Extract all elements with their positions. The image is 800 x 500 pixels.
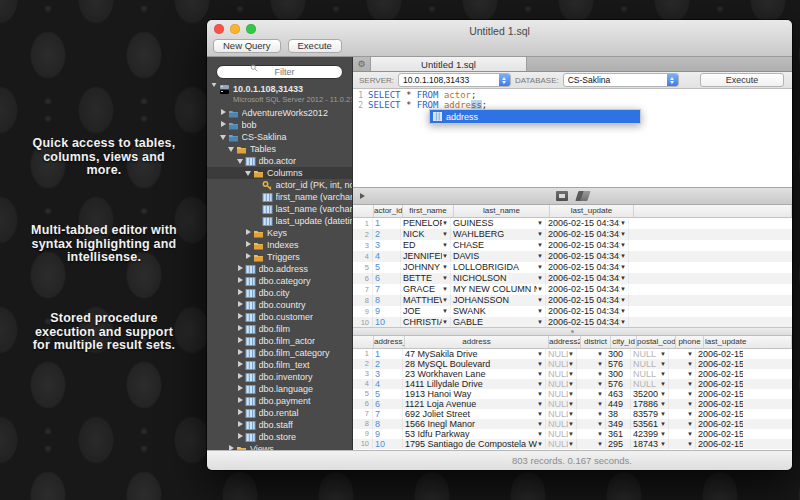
cell-district[interactable]: ▼	[577, 379, 606, 389]
tree-item-dbo-language[interactable]: dbo.language	[207, 383, 352, 395]
cell-address-id[interactable]: 2	[373, 359, 403, 369]
dropdown-icon[interactable]: ▼	[660, 439, 667, 449]
cell-last-update[interactable]: 2006-02-15 04:34:33▼	[546, 273, 629, 284]
column-header-address2[interactable]: address2	[549, 336, 581, 348]
cell-address-id[interactable]: 1	[373, 349, 403, 359]
cell-postal-code[interactable]: NULL▼	[631, 349, 669, 359]
tree-item-adventureworks2012[interactable]: AdventureWorks2012	[207, 107, 352, 119]
cell-postal-code[interactable]: NULL▼	[631, 359, 669, 369]
cell-last-update[interactable]: 2006-02-15 04:45:	[696, 379, 744, 389]
cell-last-name[interactable]: DAVIS▼	[451, 251, 546, 262]
gear-icon[interactable]: ⚙	[353, 57, 371, 71]
cell-phone[interactable]: ▼	[669, 429, 696, 439]
zoom-button[interactable]	[246, 24, 256, 34]
cell-last-name[interactable]: GABLE▼	[451, 317, 546, 327]
dropdown-icon[interactable]: ▼	[568, 349, 575, 359]
dropdown-icon[interactable]: ▼	[537, 349, 544, 359]
cell-last-update[interactable]: 2006-02-15 04:34:33▼	[546, 218, 629, 229]
tree-item-columns[interactable]: Columns	[207, 167, 352, 179]
tree-item-dbo-film[interactable]: dbo.film	[207, 323, 352, 335]
tree-item-first-name-varchar-4[interactable]: first_name (varchar(4…	[207, 191, 352, 203]
dropdown-icon[interactable]: ▼	[442, 317, 449, 327]
cell-city-id[interactable]: 349	[606, 419, 631, 429]
dropdown-icon[interactable]: ▼	[687, 399, 694, 409]
cell-last-update[interactable]: 2006-02-15 04:45:	[696, 389, 744, 399]
tree-item-10-0-1-108-31433[interactable]: 10.0.1.108,31433Microsoft SQL Server 201…	[207, 83, 352, 107]
dropdown-icon[interactable]: ▼	[537, 284, 544, 295]
cell-phone[interactable]: ▼	[669, 349, 696, 359]
dropdown-icon[interactable]: ▼	[660, 369, 667, 379]
column-header-last-name[interactable]: last_name	[454, 205, 550, 217]
cell-city-id[interactable]: 449	[606, 399, 631, 409]
dropdown-icon[interactable]: ▼	[537, 295, 544, 306]
cell-first-name[interactable]: BETTE▼	[401, 273, 451, 284]
tree-item-dbo-customer[interactable]: dbo.customer	[207, 311, 352, 323]
dropdown-icon[interactable]: ▼	[620, 317, 627, 327]
cell-postal-code[interactable]: 35200▼	[631, 389, 669, 399]
cell-actor-id[interactable]: 9	[373, 306, 401, 317]
cell-last-update[interactable]: 2006-02-15 04:45:	[696, 399, 744, 409]
tree-item-dbo-address[interactable]: dbo.address	[207, 263, 352, 275]
cell-city-id[interactable]: 361	[606, 429, 631, 439]
filter-input[interactable]	[216, 65, 343, 79]
column-header-last-update[interactable]: last_update	[704, 336, 748, 348]
dropdown-icon[interactable]: ▼	[597, 439, 604, 449]
cell-last-update[interactable]: 2006-02-15 04:45:	[696, 349, 744, 359]
cell-last-update[interactable]: 2006-02-15 04:34:33▼	[546, 295, 629, 306]
tree-item-cs-saklina[interactable]: CS-Saklina	[207, 131, 352, 143]
cell-address[interactable]: 53 Idfu Parkway▼	[403, 429, 546, 439]
cell-postal-code[interactable]: NULL▼	[631, 369, 669, 379]
cell-city-id[interactable]: 463	[606, 389, 631, 399]
cell-last-update[interactable]: 2006-02-15 04:34:33▼	[546, 229, 629, 240]
cell-city-id[interactable]: 300	[606, 369, 631, 379]
cell-address2[interactable]: NULL▼	[546, 419, 577, 429]
cell-postal-code[interactable]: 18743▼	[631, 439, 669, 449]
cell-address[interactable]: 692 Joliet Street▼	[403, 409, 546, 419]
cell-last-name[interactable]: LOLLOBRIGIDA▼	[451, 262, 546, 273]
dropdown-icon[interactable]: ▼	[597, 429, 604, 439]
tree-item-dbo-category[interactable]: dbo.category	[207, 275, 352, 287]
dropdown-icon[interactable]: ▼	[687, 429, 694, 439]
dropdown-icon[interactable]: ▼	[660, 349, 667, 359]
dropdown-icon[interactable]: ▼	[568, 429, 575, 439]
database-select[interactable]: CS-Saklina	[563, 73, 679, 87]
cell-address2[interactable]: NULL▼	[546, 369, 577, 379]
cell-address-id[interactable]: 6	[373, 399, 403, 409]
dropdown-icon[interactable]: ▼	[442, 240, 449, 251]
dropdown-icon[interactable]: ▼	[597, 349, 604, 359]
dropdown-icon[interactable]: ▼	[442, 284, 449, 295]
dropdown-icon[interactable]: ▼	[537, 229, 544, 240]
tree-item-keys[interactable]: Keys	[207, 227, 352, 239]
cell-postal-code[interactable]: NULL▼	[631, 379, 669, 389]
cell-actor-id[interactable]: 10	[373, 317, 401, 327]
sql-editor[interactable]: 1SELECT * FROM actor;2SELECT * FROM addr…	[353, 89, 792, 187]
dropdown-icon[interactable]: ▼	[568, 379, 575, 389]
dropdown-icon[interactable]: ▼	[597, 399, 604, 409]
dropdown-icon[interactable]: ▼	[568, 359, 575, 369]
cell-phone[interactable]: ▼	[669, 409, 696, 419]
cell-postal-code[interactable]: 42399▼	[631, 429, 669, 439]
dropdown-icon[interactable]: ▼	[620, 273, 627, 284]
dropdown-icon[interactable]: ▼	[537, 251, 544, 262]
column-header-actor-id[interactable]: actor_id	[374, 205, 403, 217]
dropdown-icon[interactable]: ▼	[620, 295, 627, 306]
dropdown-icon[interactable]: ▼	[620, 218, 627, 229]
cell-actor-id[interactable]: 5	[373, 262, 401, 273]
cell-first-name[interactable]: MATTHEW▼	[401, 295, 451, 306]
cell-first-name[interactable]: ED▼	[401, 240, 451, 251]
cell-address2[interactable]: NULL▼	[546, 389, 577, 399]
execute-query-button[interactable]: Execute	[700, 73, 784, 87]
tree-item-dbo-staff[interactable]: dbo.staff	[207, 419, 352, 431]
column-header-first-name[interactable]: first_name	[403, 205, 454, 217]
cell-first-name[interactable]: JOE▼	[401, 306, 451, 317]
cell-address[interactable]: 23 Workhaven Lane▼	[403, 369, 546, 379]
tree-item-dbo-film-actor[interactable]: dbo.film_actor	[207, 335, 352, 347]
cell-last-update[interactable]: 2006-02-15 04:45:	[696, 409, 744, 419]
dropdown-icon[interactable]: ▼	[442, 306, 449, 317]
cell-postal-code[interactable]: 83579▼	[631, 409, 669, 419]
autocomplete-item-address[interactable]: address	[430, 110, 640, 123]
cell-address-id[interactable]: 8	[373, 419, 403, 429]
tree-item-tables[interactable]: Tables	[207, 143, 352, 155]
column-header-phone[interactable]: phone	[676, 336, 704, 348]
tree-item-last-update-datetim[interactable]: last_update (datetim…	[207, 215, 352, 227]
